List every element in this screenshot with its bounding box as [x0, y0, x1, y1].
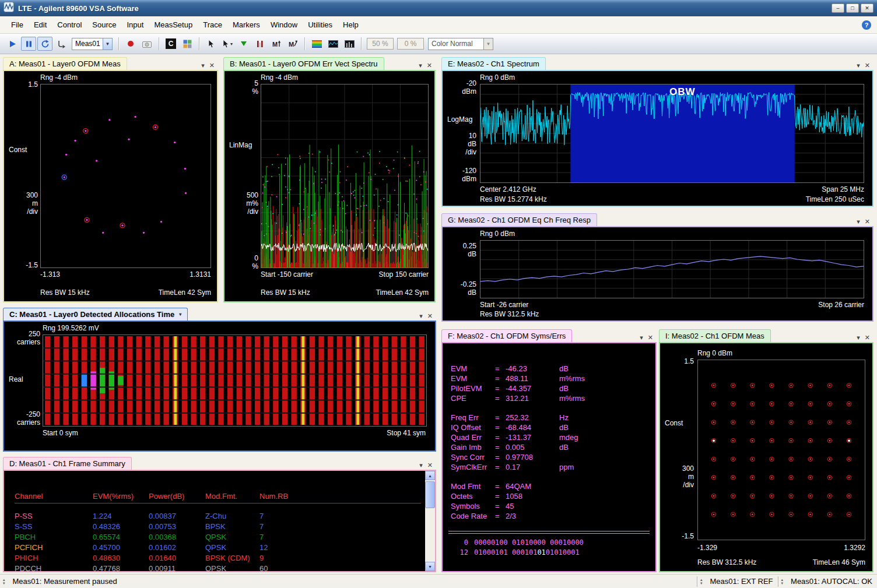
panel-e-body: Rng 0 dBm -20dBm LogMag 10dB/div -120dBm… — [441, 70, 874, 207]
percent-field-b[interactable]: 0 % — [397, 38, 424, 50]
marker-search-icon[interactable]: M — [285, 37, 300, 51]
panel-b-tab[interactable]: B: Meas01 - Layer0 OFDM Err Vect Spectru — [223, 57, 384, 70]
allocations-plot[interactable] — [43, 335, 427, 427]
menu-file[interactable]: File — [6, 17, 29, 32]
panel-i-ybottom: -1.5 — [661, 532, 694, 540]
band-marker-icon[interactable] — [252, 37, 268, 51]
scroll-down-icon[interactable]: ▼ — [425, 562, 435, 571]
color-mode-select[interactable]: Color Normal ▼ — [428, 38, 493, 50]
menu-meassetup[interactable]: MeasSetup — [149, 17, 198, 32]
frame-summary-table: ChannelEVM(%rms)Power(dB)Mod.Fmt.Num.RBP… — [4, 471, 435, 571]
panel-b: B: Meas01 - Layer0 OFDM Err Vect Spectru… — [223, 57, 436, 302]
trace-display-icon[interactable] — [325, 37, 341, 51]
panel-g-tab[interactable]: G: Meas02 - Ch1 OFDM Eq Ch Freq Resp — [441, 213, 597, 226]
menu-source[interactable]: Source — [87, 17, 121, 32]
marker-to-peak-icon[interactable]: M — [269, 37, 284, 51]
readout-row: Gain Imb=0.005dB — [443, 443, 655, 453]
menu-utilities[interactable]: Utilities — [303, 17, 338, 32]
marker-peak-icon[interactable] — [236, 37, 251, 51]
menu-control[interactable]: Control — [52, 17, 87, 32]
panel-c-xmin: Start 0 sym — [43, 429, 78, 437]
panel-a-resbw: Res BW 15 kHz — [40, 288, 90, 297]
panel-c-minimize-icon[interactable]: ▾ — [419, 313, 423, 319]
panel-e: E: Meas02 - Ch1 Spectrum ▾✕ Rng 0 dBm -2… — [441, 57, 874, 207]
panel-i-minimize-icon[interactable]: ▾ — [857, 335, 860, 341]
measurement-select[interactable]: Meas01 ▼ — [72, 38, 113, 50]
scroll-up-icon[interactable]: ▲ — [425, 471, 435, 480]
maximize-button[interactable]: □ — [846, 3, 859, 13]
panel-a-close-icon[interactable]: ✕ — [209, 62, 215, 69]
panel-b-resbw: Res BW 15 kHz — [261, 288, 310, 297]
panel-b-minimize-icon[interactable]: ▾ — [419, 62, 422, 69]
panel-c-close-icon[interactable]: ✕ — [427, 313, 433, 319]
menu-help[interactable]: Help — [338, 17, 364, 32]
panel-g-minimize-icon[interactable]: ▾ — [857, 219, 860, 225]
spectrogram-display-icon[interactable] — [309, 37, 324, 51]
window-title: LTE - Agilent 89600 VSA Software — [18, 4, 139, 13]
scroll-track[interactable] — [425, 480, 435, 562]
freq-response-plot[interactable] — [480, 240, 864, 298]
panel-c-ybottom: -250carriers — [5, 410, 40, 427]
panel-f-tab[interactable]: F: Meas02 - Ch1 OFDM Syms/Errs — [441, 329, 572, 342]
menu-input[interactable]: Input — [121, 17, 149, 32]
panel-a-tab[interactable]: A: Meas01 - Layer0 OFDM Meas — [3, 57, 127, 70]
panel-c-yaxis: Real — [9, 375, 23, 383]
panel-i-tab[interactable]: I: Meas02 - Ch1 OFDM Meas — [659, 329, 771, 342]
panel-b-xmax: Stop 150 carrier — [379, 270, 429, 279]
menu-markers[interactable]: Markers — [227, 17, 265, 32]
panel-d-close-icon[interactable]: ✕ — [427, 462, 433, 469]
frame-summary-scrollbar[interactable]: ▲ ▼ — [425, 471, 435, 571]
pause-button[interactable] — [21, 37, 36, 51]
panel-c-tab[interactable]: C: Meas01 - Layer0 Detected Allocations … — [3, 308, 188, 321]
panel-d-tab[interactable]: D: Meas01 - Ch1 Frame Summary — [3, 457, 132, 470]
panel-a-yscale: 300m/div — [5, 191, 38, 216]
panel-e-tab[interactable]: E: Meas02 - Ch1 Spectrum — [441, 57, 546, 70]
record-button[interactable] — [123, 37, 138, 51]
percent-field-a[interactable]: 50 % — [367, 38, 394, 50]
marker-tool-icon[interactable]: ▾ — [220, 37, 235, 51]
color-map-button[interactable]: C — [163, 37, 178, 51]
status-spinner-icon[interactable]: ▴▾ — [3, 578, 5, 585]
single-sweep-icon[interactable] — [54, 37, 69, 51]
ext-ref-spinner-icon[interactable]: ▴▾ — [700, 578, 703, 585]
recording-playback-icon[interactable] — [139, 37, 155, 51]
evm-spectrum-plot[interactable] — [261, 84, 429, 268]
trace-selector-arrow[interactable]: ▾ — [179, 312, 181, 317]
table-row: PHICH0.486300.01640BPSK (CDM)9 — [15, 552, 421, 563]
panel-f-title: F: Meas02 - Ch1 OFDM Syms/Errs — [448, 332, 566, 340]
spectrum-plot[interactable] — [480, 84, 864, 183]
panel-e-minimize-icon[interactable]: ▾ — [857, 62, 860, 69]
panel-b-close-icon[interactable]: ✕ — [427, 62, 432, 69]
panel-c-xmax: Stop 41 sym — [387, 429, 426, 437]
menu-edit[interactable]: Edit — [29, 17, 52, 32]
layout-grid-icon[interactable] — [180, 37, 195, 51]
panel-d-minimize-icon[interactable]: ▾ — [419, 462, 423, 469]
help-icon[interactable]: ? — [862, 20, 871, 30]
autocal-spinner-icon[interactable]: ▴▾ — [781, 578, 784, 585]
panel-g-ytop: 0.25dB — [444, 242, 476, 258]
minimize-button[interactable]: – — [832, 3, 844, 13]
panel-g-range-label: Rng 0 dBm — [480, 230, 515, 238]
close-button[interactable]: ✕ — [861, 3, 874, 13]
panel-f-minimize-icon[interactable]: ▾ — [640, 335, 643, 341]
play-button[interactable] — [5, 37, 20, 51]
status-message: Meas01: Measurement paused — [8, 577, 122, 586]
pointer-tool-icon[interactable] — [204, 37, 219, 51]
constellation-plot-a[interactable] — [40, 84, 211, 268]
panel-g-close-icon[interactable]: ✕ — [865, 219, 870, 225]
menu-trace[interactable]: Trace — [198, 17, 227, 32]
panel-d: D: Meas01 - Ch1 Frame Summary ▾✕ Channel… — [3, 457, 436, 572]
restart-button[interactable] — [37, 37, 52, 51]
panel-e-center: Center 2.412 GHz — [480, 185, 536, 193]
scroll-thumb[interactable] — [425, 481, 435, 508]
panel-i-close-icon[interactable]: ✕ — [865, 335, 870, 341]
panel-f-close-icon[interactable]: ✕ — [648, 335, 653, 341]
constellation-plot-i[interactable] — [697, 360, 865, 540]
panel-a-minimize-icon[interactable]: ▾ — [201, 62, 205, 69]
panel-e-close-icon[interactable]: ✕ — [865, 62, 870, 69]
panel-e-span: Span 25 MHz — [822, 185, 864, 193]
menu-window[interactable]: Window — [265, 17, 303, 32]
panel-a-ytop: 1.5 — [5, 80, 38, 89]
bars-display-icon[interactable] — [342, 37, 357, 51]
panel-a-header: A: Meas01 - Layer0 OFDM Meas ▾✕ — [3, 57, 218, 70]
